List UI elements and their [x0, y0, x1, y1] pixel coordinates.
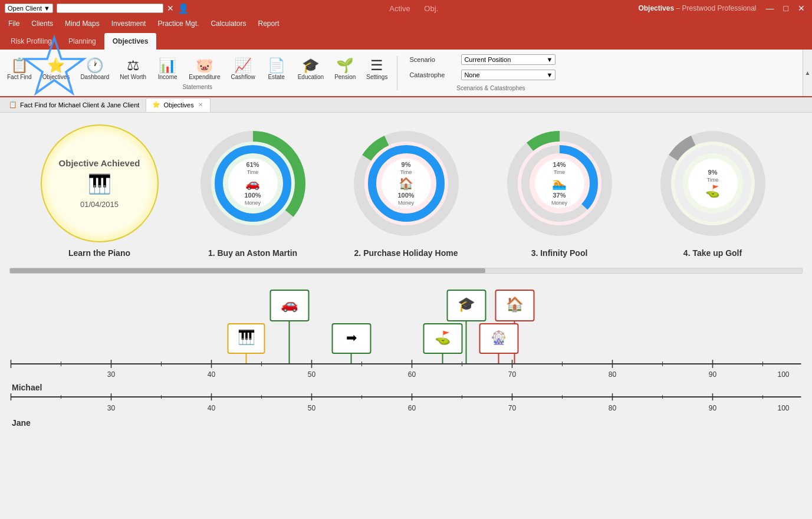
pension-label: Pension: [334, 74, 356, 80]
cashflow-button[interactable]: 📈 Cashflow: [226, 56, 260, 83]
income-icon: 📊: [159, 58, 176, 73]
ribbon: 📋 Fact Find ⭐ Objectives 🕐 Dashboard ⚖ N…: [0, 50, 812, 97]
svg-text:80: 80: [609, 404, 617, 412]
open-client-label: Open Client: [8, 5, 42, 12]
holiday-icon: 🏠: [399, 176, 413, 190]
open-client-button[interactable]: Open Client ▼: [5, 4, 53, 13]
fact-find-button[interactable]: 📋 Fact Find: [2, 56, 37, 83]
objective-holiday-home: 9% Time 🏠 100% Money 2. Purchase Holiday…: [336, 124, 477, 258]
title-bar: Open Client ▼ 3055: Michael Client & Jan…: [0, 0, 812, 17]
tab-risk-profiling[interactable]: Risk Profiling: [2, 33, 60, 50]
income-button[interactable]: 📊 Income: [152, 56, 183, 83]
objectives-tab-close[interactable]: ✕: [197, 101, 204, 108]
objectives-area: Objective Achieved 🎹 01/04/2015 Learn th…: [0, 113, 812, 264]
fact-find-tab-label: Fact Find for Michael Client & Jane Clie…: [20, 101, 139, 109]
menu-clients[interactable]: Clients: [25, 18, 59, 29]
holiday-money-label: Money: [398, 200, 414, 206]
svg-text:30: 30: [107, 370, 116, 379]
holiday-time-pct: 9%: [402, 161, 411, 168]
estate-button[interactable]: 📄 Estate: [261, 56, 292, 83]
svg-text:🚗: 🚗: [281, 295, 298, 313]
settings-label: Settings: [366, 74, 387, 80]
svg-text:70: 70: [508, 370, 517, 379]
objectives-button[interactable]: ⭐ Objectives: [38, 56, 75, 83]
achieved-text: Objective Achieved: [59, 158, 140, 168]
menu-mind-maps[interactable]: Mind Maps: [59, 18, 106, 29]
menu-bar: File Clients Mind Maps Investment Practi…: [0, 17, 812, 31]
svg-rect-24: [11, 281, 801, 367]
scenario-select[interactable]: Current Position ▼: [461, 54, 555, 65]
pension-icon: 🌱: [336, 58, 354, 73]
svg-text:50: 50: [308, 370, 316, 379]
net-worth-icon: ⚖: [127, 58, 140, 73]
svg-text:40: 40: [208, 404, 216, 412]
svg-text:🎓: 🎓: [458, 295, 475, 313]
svg-text:➡: ➡: [346, 330, 357, 345]
estate-label: Estate: [268, 74, 284, 80]
svg-text:90: 90: [709, 404, 717, 412]
achieved-circle: Objective Achieved 🎹 01/04/2015: [41, 124, 159, 242]
net-worth-button[interactable]: ⚖ Net Worth: [115, 56, 151, 83]
expenditure-button[interactable]: 🐷 Expenditure: [184, 56, 225, 83]
ribbon-top-tabs: Risk Profiling Planning Objectives: [0, 31, 812, 50]
ribbon-collapse-button[interactable]: ▲: [803, 50, 812, 96]
menu-report[interactable]: Report: [252, 18, 285, 29]
svg-text:90: 90: [709, 370, 717, 379]
objectives-label: Objectives: [42, 74, 70, 80]
maximize-button[interactable]: □: [781, 4, 791, 13]
horizontal-scrollbar-container: [0, 264, 812, 278]
tab-objectives-page[interactable]: ⭐ Objectives ✕: [146, 98, 210, 112]
svg-text:60: 60: [408, 404, 416, 412]
menu-investment[interactable]: Investment: [106, 18, 152, 29]
scrollbar-thumb[interactable]: [10, 268, 485, 273]
title-bar-right: Objectives – Prestwood Professional — □ …: [638, 4, 807, 13]
catastrophe-select[interactable]: None ▼: [461, 70, 555, 80]
close-client-icon[interactable]: ✕: [167, 4, 174, 13]
holiday-money-pct: 100%: [397, 192, 414, 199]
jane-axis-line: [9, 393, 803, 400]
pension-button[interactable]: 🌱 Pension: [330, 56, 360, 83]
pool-icon: 🏊: [552, 176, 567, 190]
tab-fact-find[interactable]: 📋 Fact Find for Michael Client & Jane Cl…: [2, 98, 146, 112]
tab-objectives[interactable]: Objectives: [104, 33, 157, 50]
settings-icon: ☰: [370, 58, 383, 73]
ribbon-buttons: 📋 Fact Find ⭐ Objectives 🕐 Dashboard ⚖ N…: [0, 50, 803, 96]
education-icon: 🎓: [302, 58, 320, 73]
scrollbar[interactable]: [9, 268, 803, 274]
settings-button[interactable]: ☰ Settings: [361, 56, 392, 83]
michael-axis-numbers: 30 40 50 60 70 80 90 100: [9, 369, 803, 380]
expenditure-icon: 🐷: [196, 58, 213, 73]
education-button[interactable]: 🎓 Education: [293, 56, 328, 83]
scenario-label: Scenario: [409, 56, 456, 63]
michael-timeline-svg: 🎹 🚗 ➡ 🎓: [9, 281, 803, 367]
app-title: Objectives – Prestwood Professional: [638, 4, 756, 12]
close-button[interactable]: ✕: [795, 4, 807, 13]
aston-info: 61% Time 🚗 100% Money: [244, 161, 261, 206]
scenarios-section: Scenario Current Position ▼ Catastrophe …: [402, 52, 579, 94]
menu-practice-mgt[interactable]: Practice Mgt.: [152, 18, 205, 29]
estate-icon: 📄: [268, 58, 285, 73]
michael-label: Michael: [12, 383, 803, 392]
timeline-section: 🎹 🚗 ➡ 🎓: [0, 278, 812, 428]
pool-money-label: Money: [551, 200, 567, 206]
menu-file[interactable]: File: [2, 18, 25, 29]
dashboard-button[interactable]: 🕐 Dashboard: [75, 56, 114, 83]
minimize-button[interactable]: —: [764, 4, 777, 13]
client-dropdown[interactable]: 3055: Michael Client & Jane C... ▼: [57, 4, 163, 13]
pool-circle-container: 14% Time 🏊 37% Money: [501, 124, 619, 242]
catastrophe-row: Catastrophe None ▼: [409, 70, 572, 80]
menu-calculators[interactable]: Calculators: [205, 18, 252, 29]
app-subtitle: –: [676, 4, 682, 12]
education-label: Education: [298, 74, 324, 80]
aston-money-label: Money: [245, 200, 261, 206]
holiday-time-label: Time: [400, 169, 412, 175]
objective-infinity-pool: 14% Time 🏊 37% Money 3. Infinity Pool: [489, 124, 630, 258]
tab-planning[interactable]: Planning: [60, 33, 104, 50]
aston-time-pct: 61%: [246, 161, 259, 168]
objective-take-golf: 9% Time ⛳ 4. Take up Golf: [642, 124, 784, 258]
svg-text:🏠: 🏠: [506, 295, 524, 313]
scenario-row: Scenario Current Position ▼: [409, 54, 572, 65]
fact-find-tab-icon: 📋: [9, 101, 17, 109]
michael-axis-labels: 30 40 50 60 70 80 90 100: [9, 369, 803, 380]
pool-time-pct: 14%: [553, 161, 566, 168]
